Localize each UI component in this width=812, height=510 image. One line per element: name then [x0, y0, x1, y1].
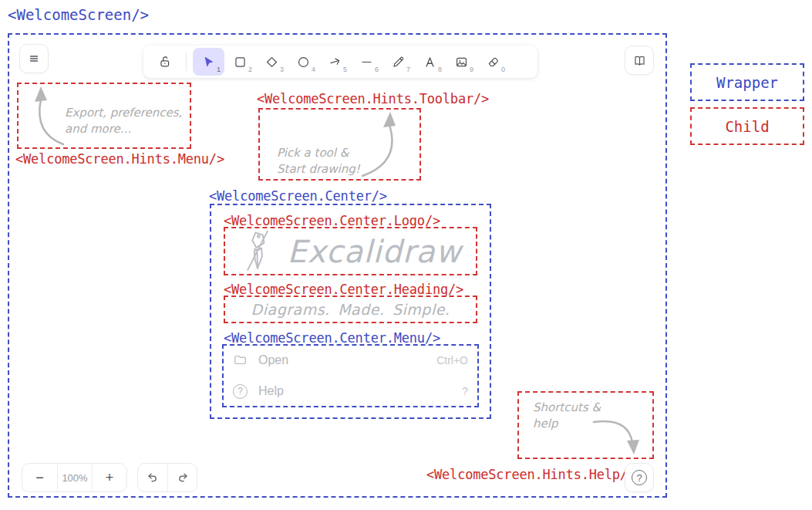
zoom-level-reset[interactable]: 100%: [57, 464, 92, 491]
center-box: <WelcomeScreen.Center.Logo/> Excalid: [210, 204, 491, 419]
open-book-icon: [632, 53, 647, 68]
tool-diamond[interactable]: 3: [256, 48, 288, 76]
center-logo-box: Excalidraw: [224, 227, 477, 275]
undo-icon: [146, 471, 160, 485]
tool-image[interactable]: 9: [446, 48, 477, 76]
zoom-controls: − 100% +: [22, 463, 127, 492]
rectangle-icon: [233, 55, 248, 69]
zoom-in-button[interactable]: +: [92, 464, 126, 491]
tool-selection[interactable]: 1: [193, 48, 224, 76]
image-icon: [454, 55, 469, 69]
line-icon: [359, 55, 374, 69]
hints-toolbar-box: Pick a tool & Start drawing!: [258, 108, 421, 181]
text-icon: [423, 55, 437, 69]
tool-shortcut-number: 8: [438, 66, 442, 73]
excalidraw-pencil-logo-icon: [239, 229, 276, 274]
menu-item-help-label: Help: [258, 384, 284, 398]
tool-shortcut-number: 7: [406, 66, 410, 73]
center-label: <WelcomeScreen.Center/>: [209, 188, 387, 204]
pencil-icon: [391, 55, 406, 69]
tool-shortcut-number: 0: [501, 66, 505, 73]
help-hint-arrow: [592, 414, 648, 459]
tool-ellipse[interactable]: 4: [288, 48, 319, 76]
help-circle-icon: ?: [233, 384, 248, 399]
hints-toolbar-label: <WelcomeScreen.Hints.Toolbar/>: [257, 91, 489, 106]
hamburger-icon: [27, 52, 41, 66]
menu-item-help[interactable]: ? Help ?: [233, 383, 468, 401]
welcome-screen-anatomy: <WelcomeScreen/>: [0, 0, 812, 510]
welcome-screen-wrapper-box: 1 2 3 4: [8, 33, 667, 498]
hints-menu-label: <WelcomeScreen.Hints.Menu/>: [15, 151, 224, 167]
tool-shortcut-number: 3: [280, 66, 284, 73]
menu-hint-text-line1: Export, preferences,: [65, 105, 182, 121]
help-hint-text-line2: help: [533, 416, 601, 432]
root-component-label: <WelcomeScreen/>: [8, 6, 149, 23]
tool-draw[interactable]: 7: [382, 48, 414, 76]
center-menu-label: <WelcomeScreen.Center.Menu/>: [224, 330, 440, 346]
help-hint-text-line1: Shortcuts &: [533, 400, 601, 416]
legend-child-box: Child: [690, 107, 804, 145]
ellipse-icon: [296, 55, 311, 69]
tool-eraser[interactable]: 0: [477, 48, 509, 76]
tool-rectangle[interactable]: 2: [224, 48, 256, 76]
legend-wrapper-box: Wrapper: [690, 63, 804, 101]
menu-item-open-label: Open: [258, 353, 288, 367]
undo-redo-controls: [137, 463, 197, 492]
excalidraw-logo-text: Excalidraw: [287, 234, 461, 269]
help-button[interactable]: ?: [625, 463, 654, 492]
tool-shortcut-number: 5: [343, 66, 347, 73]
legend-child-label: Child: [725, 118, 769, 135]
main-menu-button[interactable]: [19, 44, 49, 73]
center-heading-label: <WelcomeScreen.Center.Heading/>: [224, 282, 463, 297]
question-mark-icon: ?: [632, 470, 647, 485]
redo-button[interactable]: [167, 464, 197, 491]
tool-shortcut-number: 6: [375, 66, 379, 73]
center-logo-label: <WelcomeScreen.Center.Logo/>: [224, 213, 440, 228]
legend-wrapper-label: Wrapper: [716, 74, 778, 91]
menu-item-help-shortcut: ?: [462, 385, 468, 397]
toolbar: 1 2 3 4: [143, 46, 537, 78]
hints-help-box: Shortcuts & help: [517, 391, 654, 459]
folder-icon: [233, 353, 248, 367]
undo-button[interactable]: [138, 464, 167, 491]
toolbar-divider: [186, 52, 187, 71]
center-menu-box: Open Ctrl+O ? Help ?: [222, 344, 479, 407]
diamond-icon: [264, 55, 279, 69]
center-heading-text: Diagrams. Made. Simple.: [225, 297, 476, 322]
eraser-icon: [486, 55, 500, 69]
tool-text[interactable]: 8: [414, 48, 446, 76]
unlocked-padlock-icon: [157, 54, 173, 69]
tool-arrow[interactable]: 5: [319, 48, 351, 76]
hints-help-label: <WelcomeScreen.Hints.Help/>: [426, 467, 635, 482]
menu-item-open-shortcut: Ctrl+O: [436, 354, 468, 366]
library-button[interactable]: [625, 46, 654, 75]
tool-shortcut-number: 4: [312, 66, 315, 73]
tool-shortcut-number: 1: [217, 66, 221, 73]
tool-shortcut-number: 2: [248, 66, 252, 73]
toolbar-hint-text-line2: Start drawing!: [277, 161, 360, 177]
arrow-icon: [328, 55, 342, 69]
toolbar-hint-arrow: [356, 111, 410, 179]
zoom-out-button[interactable]: −: [22, 464, 57, 491]
redo-icon: [176, 471, 190, 485]
tool-shortcut-number: 9: [470, 66, 473, 73]
lock-tool-button[interactable]: [150, 48, 180, 76]
center-heading-box: Diagrams. Made. Simple.: [224, 296, 477, 323]
menu-item-open[interactable]: Open Ctrl+O: [233, 351, 468, 370]
tool-line[interactable]: 6: [351, 48, 382, 76]
selection-cursor-icon: [201, 55, 216, 69]
hints-menu-box: Export, preferences, and more...: [17, 83, 191, 149]
menu-hint-text-line2: and more...: [65, 121, 182, 137]
toolbar-hint-text-line1: Pick a tool &: [277, 145, 360, 161]
